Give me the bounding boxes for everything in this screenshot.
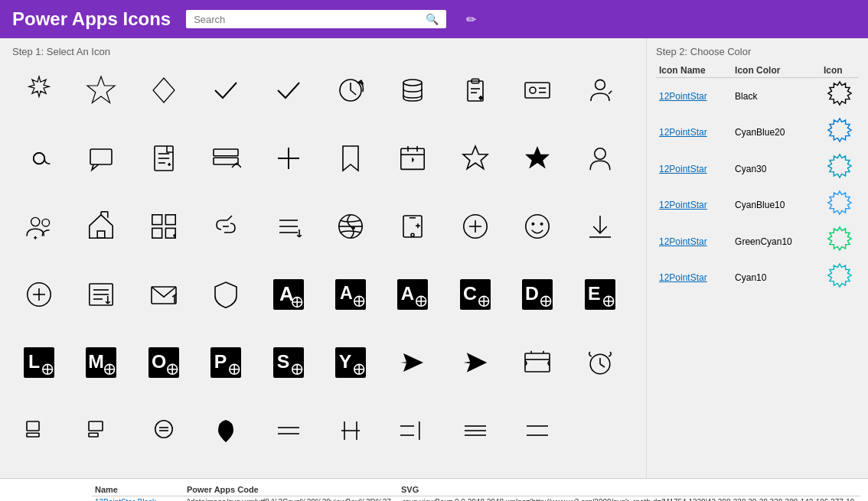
icon-partial2[interactable] (74, 404, 128, 457)
icon-at[interactable] (12, 132, 66, 185)
color-row-name: 12PointStar (656, 78, 732, 112)
svg-rect-160 (89, 433, 98, 437)
icon-letter-a-gear[interactable]: A (262, 268, 315, 321)
icon-partial8[interactable] (449, 404, 502, 457)
svg-text:E: E (588, 283, 601, 304)
svg-point-13 (595, 80, 605, 89)
icon-idcard[interactable] (511, 63, 564, 117)
svg-rect-158 (27, 433, 39, 437)
svg-point-161 (155, 421, 172, 438)
icon-check1[interactable] (199, 63, 253, 117)
icon-partial5[interactable] (262, 404, 315, 457)
icon-grid[interactable] (137, 200, 191, 253)
icon-diamond[interactable] (137, 63, 191, 117)
color-table-row[interactable]: 12PointStarCyanBlue10 (656, 187, 859, 221)
color-table-row[interactable]: 12PointStarCyanBlue20 (656, 115, 859, 148)
icon-letter-s-gear[interactable]: S (262, 336, 315, 389)
svg-rect-43 (98, 231, 106, 238)
icon-partial1[interactable] (12, 404, 66, 457)
svg-text:P: P (214, 351, 227, 372)
color-table-row[interactable]: 12PointStarCyan10 (656, 260, 859, 294)
svg-text:A: A (401, 283, 414, 304)
icon-download[interactable] (573, 200, 627, 253)
icon-listlines[interactable] (262, 200, 315, 253)
edit-icon[interactable]: ✏ (466, 12, 476, 27)
color-row-name: 12PointStar (656, 223, 732, 257)
search-box[interactable]: 🔍 (186, 10, 446, 28)
icon-letter-a2-gear[interactable]: A (324, 268, 377, 321)
icon-person[interactable] (573, 63, 627, 117)
color-table-row[interactable]: 12PointStarCyan30 (656, 151, 859, 184)
icon-alarm[interactable] (573, 336, 627, 389)
search-input[interactable] (194, 14, 421, 25)
icon-people[interactable] (12, 200, 66, 253)
color-row-icon (821, 115, 859, 148)
row-svg: <svg viewBox= 0 0 2048 2048 xmlns='http:… (398, 496, 860, 502)
icon-addcircle[interactable] (449, 200, 502, 253)
icon-letter-y-gear[interactable]: Y (324, 336, 377, 389)
color-row-name: 12PointStar (656, 187, 732, 221)
color-row-icon (821, 187, 859, 221)
svg-rect-9 (525, 83, 550, 98)
svg-line-25 (232, 163, 237, 168)
icon-list[interactable] (199, 132, 253, 185)
color-row-name: 12PointStar (656, 151, 732, 184)
icon-check2[interactable] (262, 63, 315, 117)
icon-letter-e-gear[interactable]: E (573, 268, 627, 321)
svg-point-37 (594, 148, 605, 159)
row-name: 12PointStar-Black (92, 496, 184, 502)
svg-point-39 (42, 219, 50, 226)
icon-calendar[interactable] (386, 132, 439, 185)
icon-ticketcalendar[interactable] (511, 336, 564, 389)
icon-home[interactable] (74, 200, 128, 253)
color-row-color: CyanBlue20 (732, 115, 821, 148)
icon-starfilled[interactable] (511, 132, 564, 185)
icon-globe[interactable] (324, 200, 377, 253)
icon-letter-a3-gear[interactable]: A (386, 268, 439, 321)
icon-partial3[interactable] (137, 404, 191, 457)
search-button[interactable]: 🔍 (426, 13, 439, 25)
icon-letter-l-gear[interactable]: L (12, 336, 66, 389)
icon-link[interactable] (199, 200, 253, 253)
icon-partial4[interactable] (199, 404, 253, 457)
color-row-color: Cyan30 (732, 151, 821, 184)
right-panel: Step 2: Choose Color Icon Name Icon Colo… (646, 38, 868, 478)
icon-airplane[interactable] (386, 336, 439, 389)
icon-partial9[interactable] (511, 404, 564, 457)
icon-add[interactable] (262, 132, 315, 185)
icon-user[interactable] (573, 132, 627, 185)
icons-grid: A A A C D E L M (12, 63, 634, 470)
icon-email[interactable] (137, 268, 191, 321)
icon-airplane2[interactable] (449, 336, 502, 389)
icon-clipboard[interactable] (449, 63, 502, 117)
color-row-name: 12PointStar (656, 260, 732, 294)
svg-rect-49 (152, 228, 162, 238)
icon-phone[interactable] (386, 200, 439, 253)
color-table-row[interactable]: 12PointStarBlack (656, 78, 859, 112)
icon-listdetail[interactable] (74, 268, 128, 321)
table-row[interactable]: 12PointStar-Black ^dataimage/svg+xmlutf8… (92, 496, 860, 502)
row-code: ^dataimage/svg+xmlutf8,%3Csvg%20%20viewB… (184, 496, 398, 501)
icon-letter-c-gear[interactable]: C (449, 268, 502, 321)
icon-12pointstar[interactable] (12, 63, 66, 117)
icon-letter-o-gear[interactable]: O (137, 336, 191, 389)
color-table-row[interactable]: 12PointStarGreenCyan10 (656, 223, 859, 257)
icon-smiley[interactable] (511, 200, 564, 253)
icon-bookmark[interactable] (324, 132, 377, 185)
icon-partial7[interactable] (386, 404, 439, 457)
icon-letter-p-gear[interactable]: P (199, 336, 253, 389)
col-icon: Icon (821, 63, 859, 78)
icon-chat[interactable] (74, 132, 128, 185)
icon-circle-add[interactable] (12, 268, 66, 321)
color-row-color: GreenCyan10 (732, 223, 821, 257)
icon-partial6[interactable] (324, 404, 377, 457)
icon-shield[interactable] (199, 268, 253, 321)
svg-rect-16 (90, 149, 112, 164)
icon-database[interactable] (386, 63, 439, 117)
icon-clockrefresh[interactable] (324, 63, 377, 117)
icon-star[interactable] (449, 132, 502, 185)
icon-letter-d-gear[interactable]: D (511, 268, 564, 321)
icon-letter-m-gear[interactable]: M (74, 336, 128, 389)
icon-document[interactable] (137, 132, 191, 185)
icon-6pointstar[interactable] (74, 63, 128, 117)
